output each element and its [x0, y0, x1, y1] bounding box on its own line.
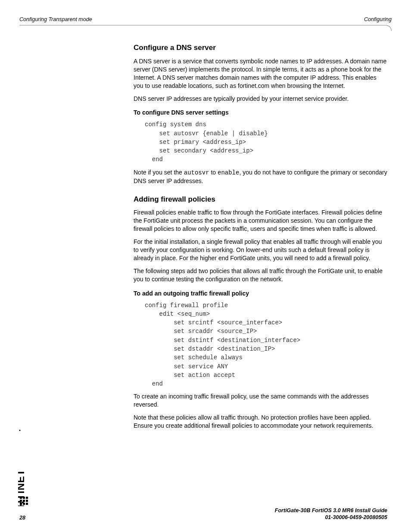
footer-right: FortiGate-30B FortiOS 3.0 MR6 Install Gu… [275, 507, 387, 521]
fw-paragraph-4: To create an incoming traffic firewall p… [134, 392, 387, 409]
fw-paragraph-3: The following steps add two policies tha… [134, 267, 387, 283]
inline-code-autosvr: autosvr [184, 169, 209, 176]
footer-guide-title: FortiGate-30B FortiOS 3.0 MR6 Install Gu… [275, 507, 387, 514]
heading-firewall-policies: Adding firewall policies [134, 195, 387, 205]
page-footer: 28 FortiGate-30B FortiOS 3.0 MR6 Install… [19, 507, 387, 521]
dns-subheading: To configure DNS server settings [134, 109, 387, 117]
svg-text:F   RTINET: F RTINET [18, 469, 26, 506]
dns-code-block: config system dns set autosvr {enable | … [145, 120, 387, 164]
header-right: Configuring [364, 16, 392, 22]
fw-paragraph-2: For the initial installation, a single f… [134, 238, 387, 262]
dns-note: Note if you set the autosvr to enable, y… [134, 168, 387, 185]
inline-code-enable: enable [218, 169, 239, 176]
svg-point-10 [19, 429, 20, 431]
content-area: Configure a DNS server A DNS server is a… [134, 43, 387, 430]
note-text-2: to [209, 169, 218, 176]
fw-paragraph-1: Firewall policies enable traffic to flow… [134, 208, 387, 233]
fortinet-logo-icon: F RTINET [18, 429, 30, 506]
document-page: Configuring Transparent mode Configuring… [0, 0, 411, 532]
footer-doc-id: 01-30006-0459-20080505 [275, 514, 387, 521]
header-left: Configuring Transparent mode [19, 16, 92, 22]
fw-subheading: To add an outgoing traffic firewall poli… [134, 289, 387, 298]
header-divider [19, 25, 392, 31]
fw-code-block: config firewall profile edit <seq_num> s… [145, 301, 387, 389]
fw-paragraph-5: Note that these policies allow all traff… [134, 414, 387, 430]
dns-paragraph-2: DNS server IP addresses are typically pr… [134, 95, 387, 103]
dns-paragraph-1: A DNS server is a service that converts … [134, 57, 387, 90]
page-number: 28 [19, 515, 25, 521]
page-header: Configuring Transparent mode Configuring [19, 16, 392, 24]
note-text-1: Note if you set the [134, 169, 184, 176]
heading-configure-dns: Configure a DNS server [134, 43, 387, 53]
